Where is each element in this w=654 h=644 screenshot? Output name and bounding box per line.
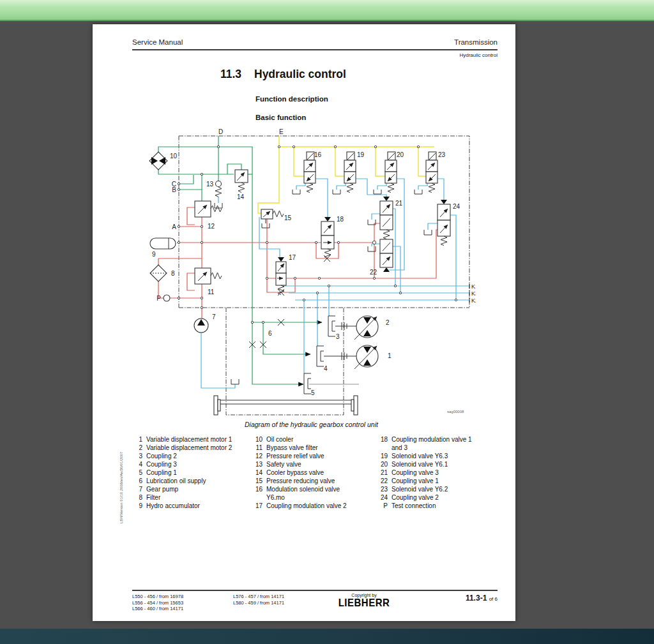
legend-row: 23Solenoid valve Y6.2 bbox=[379, 485, 472, 493]
legend-item-text: Variable displacement motor 2 bbox=[142, 444, 232, 452]
model-line: L576 - 457 / from 14171 bbox=[233, 594, 284, 600]
legend-row: 15Pressure reducing valve bbox=[254, 477, 347, 485]
diagram-label-22: 22 bbox=[370, 269, 377, 276]
legend-item-text: Coupling valve 2 bbox=[388, 493, 439, 502]
legend-item-number: 10 bbox=[254, 435, 262, 444]
diagram-label-7: 7 bbox=[212, 313, 216, 320]
diagram-label-1: 1 bbox=[388, 352, 392, 359]
legend-item-number: 19 bbox=[379, 452, 388, 460]
legend-item-text: Variable displacement motor 1 bbox=[142, 435, 232, 444]
legend-item-text: Modulation solenoid valve bbox=[262, 485, 340, 493]
legend-row: 20Solenoid valve Y6.1 bbox=[379, 460, 472, 468]
diagram-label-24: 24 bbox=[453, 203, 460, 210]
legend-item-text: Coupling 3 bbox=[142, 460, 177, 468]
diagram-label-13: 13 bbox=[206, 181, 214, 188]
diagram-label-A: A bbox=[172, 223, 176, 230]
diagram-label-23: 23 bbox=[438, 151, 446, 158]
diagram-label-9: 9 bbox=[152, 251, 156, 258]
legend-item-number: 13 bbox=[254, 460, 262, 468]
legend-item-number: 6 bbox=[133, 477, 142, 485]
legend-item-number bbox=[379, 444, 388, 452]
variable-displacement-motor-2-symbol bbox=[354, 316, 378, 340]
diagram-label-B: B bbox=[172, 186, 176, 193]
diagram-label-E: E bbox=[279, 128, 284, 135]
legend-item-text: Coupling modulation valve 1 bbox=[388, 435, 472, 444]
footer-rule bbox=[132, 590, 498, 591]
coupling-3-symbol bbox=[328, 316, 335, 336]
legend-item-text: Cooler bypass valve bbox=[262, 468, 324, 477]
blue-lines bbox=[201, 179, 469, 388]
diagram-label-4: 4 bbox=[324, 365, 328, 372]
legend-item-number: 15 bbox=[254, 477, 262, 485]
heading-function-description: Function description bbox=[255, 95, 328, 103]
diagram-label-16: 16 bbox=[314, 151, 322, 158]
legend-item-number: 22 bbox=[379, 477, 388, 485]
legend-item-number: 4 bbox=[133, 460, 142, 468]
legend-row: 6Lubrication oil supply bbox=[133, 477, 232, 485]
legend-item-number: 17 bbox=[254, 502, 262, 510]
legend-item-number: 8 bbox=[133, 493, 142, 502]
legend-row: 11Bypass valve filter bbox=[254, 444, 347, 452]
variable-displacement-motor-1-symbol bbox=[354, 345, 378, 369]
model-line: L550 - 456 / from 16978 bbox=[132, 594, 183, 600]
legend-row: 24Coupling valve 2 bbox=[379, 493, 472, 502]
legend-item-text: Test connection bbox=[388, 502, 436, 510]
header-rule bbox=[132, 49, 498, 50]
diagram-label-12: 12 bbox=[208, 223, 215, 230]
safety-valve-symbol bbox=[216, 181, 222, 187]
diagram-label-D: D bbox=[218, 128, 223, 135]
diagram-label-8: 8 bbox=[171, 270, 175, 277]
shaft-left bbox=[214, 396, 218, 415]
legend-item-text: Solenoid valve Y6.2 bbox=[388, 485, 448, 493]
legend-row: 14Cooler bypass valve bbox=[254, 468, 347, 477]
header-chapter: Transmission bbox=[454, 38, 498, 46]
test-connection-symbol bbox=[164, 295, 170, 301]
legend-item-text: Gear pump bbox=[142, 485, 178, 493]
coupling-4-symbol bbox=[317, 346, 324, 366]
legend-row: 13Safety valve bbox=[254, 460, 347, 468]
viewer-toolbar[interactable] bbox=[0, 0, 654, 21]
legend-row: 19Solenoid valve Y6.3 bbox=[379, 452, 472, 460]
legend-item-text: Safety valve bbox=[262, 460, 301, 468]
legend-row: 2Variable displacement motor 2 bbox=[133, 444, 232, 452]
legend-item-number: 18 bbox=[379, 435, 388, 444]
page-of: of 6 bbox=[489, 596, 498, 602]
legend-row: 7Gear pump bbox=[133, 485, 232, 493]
section-number: 11.3 bbox=[220, 68, 254, 81]
legend-row: 5Coupling 1 bbox=[133, 468, 232, 477]
legend-item-number: 11 bbox=[254, 444, 262, 452]
legend-item-text: Coupling 2 bbox=[142, 452, 177, 460]
diagram-label-K2: K2 bbox=[471, 297, 476, 304]
legend-col-3: 18Coupling modulation valve 1and 319Sole… bbox=[379, 435, 472, 510]
diagram-label-17: 17 bbox=[289, 254, 296, 261]
liebherr-logo: LIEBHERR bbox=[323, 597, 406, 608]
legend-row: 16Modulation solenoid valve bbox=[254, 485, 347, 493]
diagram-label-K3: K3 bbox=[471, 290, 476, 297]
application-window: Service Manual Transmission Hydraulic co… bbox=[0, 0, 654, 644]
legend-item-number: 5 bbox=[133, 468, 142, 477]
legend-row: 8Filter bbox=[133, 493, 232, 502]
legend-row: 1Variable displacement motor 1 bbox=[133, 435, 232, 444]
legend-item-number: 7 bbox=[133, 485, 142, 493]
legend-item-text: Pressure reducing valve bbox=[262, 477, 335, 485]
legend-item-text: Oil cooler bbox=[262, 435, 293, 444]
legend-item-text: Hydro accumulator bbox=[142, 502, 200, 510]
version-side-note: LBH/Version 01/10.2008/en/Ae/30/01/2007 bbox=[119, 452, 123, 523]
hydraulic-schematic: DE10CBAP13141211987151718161920232122246… bbox=[147, 128, 476, 421]
legend-item-number: 23 bbox=[379, 485, 388, 493]
legend-item-text: Lubrication oil supply bbox=[142, 477, 206, 485]
legend-item-text: Coupling valve 3 bbox=[388, 468, 439, 477]
legend-item-text: Solenoid valve Y6.1 bbox=[388, 460, 448, 468]
diagram-label-19: 19 bbox=[357, 151, 365, 158]
legend-item-text: Coupling modulation valve 2 bbox=[262, 502, 347, 510]
legend-item-number: 24 bbox=[379, 493, 388, 502]
legend-item-text: Pressure relief valve bbox=[262, 452, 324, 460]
legend-row: and 3 bbox=[379, 444, 472, 452]
model-line: L556 - 454 / from 15653 bbox=[132, 600, 183, 606]
legend-col-1: 1Variable displacement motor 12Variable … bbox=[133, 435, 232, 510]
coupling-valve-24-symbol bbox=[437, 204, 450, 220]
model-line: L580 - 459 / from 14171 bbox=[233, 600, 284, 606]
status-bar bbox=[0, 629, 654, 644]
footer-models-col1: L550 - 456 / from 16978L556 - 454 / from… bbox=[132, 594, 183, 612]
footer-page-number: 11.3-1 of 6 bbox=[466, 594, 498, 603]
